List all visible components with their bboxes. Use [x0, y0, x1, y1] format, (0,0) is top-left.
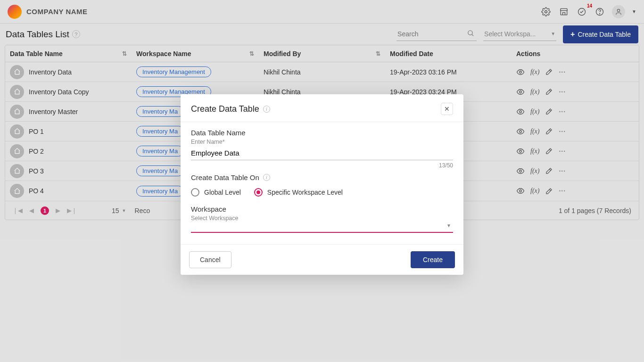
- workspace-pill[interactable]: Inventory Ma: [136, 186, 184, 197]
- radio-icon: [254, 188, 263, 197]
- edit-icon[interactable]: [545, 147, 553, 155]
- function-icon[interactable]: f(x): [530, 187, 539, 195]
- cell-actions: f(x) ···: [512, 82, 639, 101]
- view-icon[interactable]: [516, 88, 525, 96]
- radio-specific-workspace[interactable]: Specific Workspace Level: [254, 188, 343, 197]
- function-icon[interactable]: f(x): [530, 167, 539, 175]
- tasks-icon[interactable]: 14: [576, 6, 587, 17]
- workspace-pill[interactable]: Inventory Ma: [136, 146, 184, 156]
- cancel-button[interactable]: Cancel: [189, 251, 231, 268]
- filter-icon[interactable]: ⇅: [249, 50, 254, 57]
- home-icon: [10, 184, 24, 198]
- row-name: PO 3: [29, 167, 44, 175]
- col-header-modified-date[interactable]: Modified Date: [385, 45, 512, 62]
- view-icon[interactable]: [516, 107, 525, 116]
- workspace-pill[interactable]: Inventory Ma: [136, 126, 184, 137]
- page-next[interactable]: ▶: [56, 207, 60, 214]
- create-data-table-button[interactable]: + Create Data Table: [563, 25, 638, 43]
- view-icon[interactable]: [516, 68, 525, 76]
- workspace-filter[interactable]: Select Workspa... ▼: [483, 27, 556, 41]
- info-icon[interactable]: i: [263, 106, 270, 113]
- svg-point-7: [520, 71, 522, 73]
- home-icon: [10, 85, 24, 99]
- row-name: Inventory Master: [29, 108, 78, 115]
- svg-point-12: [520, 170, 522, 172]
- row-name: Inventory Data Copy: [29, 88, 89, 96]
- svg-point-9: [520, 110, 522, 113]
- create-data-table-modal: Create Data Table i ✕ Data Table Name En…: [181, 94, 463, 275]
- page-size-select[interactable]: 15 ▼ Reco: [112, 207, 150, 214]
- view-icon[interactable]: [516, 147, 525, 156]
- create-button[interactable]: Create: [411, 251, 455, 268]
- function-icon[interactable]: f(x): [530, 68, 539, 76]
- page-help-icon[interactable]: ?: [72, 30, 80, 38]
- radio-icon: [191, 188, 199, 197]
- svg-point-3: [600, 13, 600, 14]
- filter-icon[interactable]: ⇅: [122, 50, 127, 57]
- cell-actions: f(x) ···: [512, 62, 639, 82]
- edit-icon[interactable]: [545, 107, 553, 115]
- home-icon: [10, 144, 24, 158]
- function-icon[interactable]: f(x): [530, 108, 539, 115]
- edit-icon[interactable]: [545, 127, 553, 135]
- more-icon[interactable]: ···: [559, 68, 566, 76]
- modal-body: Data Table Name Enter Name* 13/50 Create…: [181, 122, 463, 244]
- workspace-pill[interactable]: Inventory Ma: [136, 165, 184, 176]
- cell-name: Inventory Master: [5, 102, 132, 121]
- cell-modified-date: 19-Apr-2023 03:16 PM: [385, 62, 512, 82]
- cell-name: PO 4: [5, 181, 132, 201]
- create-button-label: Create Data Table: [578, 31, 631, 38]
- cell-workspace: Inventory Management: [132, 62, 259, 82]
- view-icon[interactable]: [516, 187, 525, 195]
- info-icon[interactable]: i: [263, 174, 270, 181]
- radio-global-level[interactable]: Global Level: [191, 188, 241, 197]
- logo-area: COMPANY NAME: [8, 5, 88, 19]
- row-name: Inventory Data: [29, 68, 72, 76]
- workspace-pill[interactable]: Inventory Ma: [136, 106, 184, 117]
- logo-icon: [8, 5, 22, 19]
- settings-icon[interactable]: [540, 6, 552, 17]
- edit-icon[interactable]: [545, 88, 553, 96]
- edit-icon[interactable]: [545, 187, 553, 195]
- search-input[interactable]: [396, 27, 477, 41]
- page-current[interactable]: 1: [41, 206, 49, 215]
- user-menu-caret[interactable]: ▼: [632, 9, 636, 14]
- workspace-select[interactable]: ▼: [191, 222, 453, 233]
- help-icon[interactable]: [594, 6, 605, 17]
- chevron-down-icon: ▼: [446, 223, 451, 228]
- cell-actions: f(x) ···: [512, 181, 639, 201]
- view-icon[interactable]: [516, 127, 525, 136]
- page-prev[interactable]: ◀: [29, 207, 34, 214]
- search-icon[interactable]: [467, 29, 475, 37]
- filter-icon[interactable]: ⇅: [376, 50, 380, 57]
- page-first[interactable]: ❘◀: [13, 207, 23, 214]
- edit-icon[interactable]: [545, 167, 553, 175]
- store-icon[interactable]: [558, 6, 570, 17]
- col-header-workspace[interactable]: Workspace Name⇅: [132, 45, 259, 62]
- workspace-filter-label: Select Workspa...: [484, 30, 536, 38]
- view-icon[interactable]: [516, 167, 525, 175]
- user-avatar[interactable]: [612, 5, 625, 18]
- close-button[interactable]: ✕: [441, 103, 453, 115]
- records-label: Reco: [135, 207, 150, 214]
- more-icon[interactable]: ···: [559, 148, 566, 155]
- more-icon[interactable]: ···: [559, 187, 566, 195]
- workspace-sublabel: Select Workspace: [191, 215, 453, 222]
- edit-icon[interactable]: [545, 68, 553, 76]
- svg-point-0: [545, 10, 547, 13]
- function-icon[interactable]: f(x): [530, 88, 539, 96]
- more-icon[interactable]: ···: [559, 88, 566, 96]
- function-icon[interactable]: f(x): [530, 148, 539, 155]
- more-icon[interactable]: ···: [559, 167, 566, 175]
- col-header-name[interactable]: Data Table Name⇅: [5, 45, 132, 62]
- plus-icon: +: [570, 30, 575, 39]
- function-icon[interactable]: f(x): [530, 128, 539, 135]
- workspace-pill[interactable]: Inventory Management: [136, 66, 211, 77]
- more-icon[interactable]: ···: [559, 128, 566, 135]
- more-icon[interactable]: ···: [559, 108, 566, 115]
- svg-point-13: [520, 190, 522, 192]
- col-header-modified-by[interactable]: Modified By⇅: [259, 45, 385, 62]
- data-table-name-input[interactable]: [191, 146, 453, 160]
- notif-count: 14: [587, 3, 592, 8]
- page-last[interactable]: ▶❘: [67, 207, 77, 214]
